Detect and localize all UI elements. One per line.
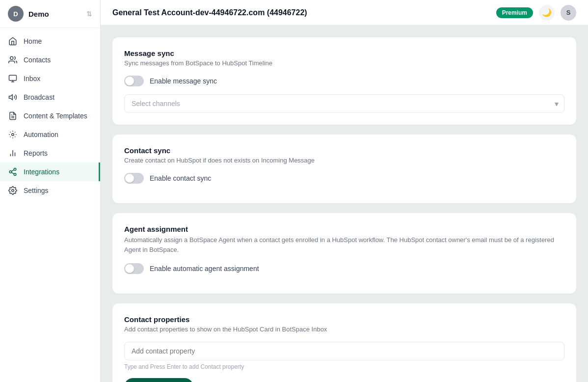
sidebar-item-reports[interactable]: Reports xyxy=(0,144,100,163)
svg-rect-1 xyxy=(9,75,17,81)
contact-sync-subtitle: Create contact on HubSpot if does not ex… xyxy=(124,157,564,164)
svg-point-5 xyxy=(12,134,14,136)
sidebar-org-avatar: D xyxy=(8,6,24,22)
contact-sync-toggle-label: Enable contact sync xyxy=(150,174,211,182)
inbox-icon xyxy=(8,74,18,83)
contact-properties-card: Contact properties Add contact propertie… xyxy=(112,303,576,382)
broadcast-icon xyxy=(8,92,18,102)
channel-select[interactable]: Select channels xyxy=(124,94,564,113)
home-icon xyxy=(8,36,18,46)
settings-icon xyxy=(8,186,18,195)
update-settings-button[interactable]: Update settings xyxy=(124,378,193,382)
sidebar-item-automation-label: Automation xyxy=(24,131,58,138)
contact-sync-toggle[interactable] xyxy=(124,173,144,184)
svg-point-9 xyxy=(14,168,16,171)
svg-point-0 xyxy=(10,56,13,59)
svg-point-11 xyxy=(14,173,16,176)
sidebar-item-content-templates[interactable]: Content & Templates xyxy=(0,107,100,125)
integrations-icon xyxy=(8,167,18,177)
svg-line-12 xyxy=(11,172,14,174)
topbar: General Test Account-dev-44946722.com (4… xyxy=(101,0,588,26)
user-avatar[interactable]: S xyxy=(561,5,576,21)
sidebar-item-integrations[interactable]: Integrations xyxy=(0,163,100,181)
agent-assignment-desc: Automatically assign a BotSpace Agent wh… xyxy=(124,235,564,254)
agent-assignment-card: Agent assignment Automatically assign a … xyxy=(112,213,576,294)
svg-point-14 xyxy=(12,190,14,192)
sidebar-item-contacts[interactable]: Contacts xyxy=(0,51,100,69)
contacts-icon xyxy=(8,55,18,65)
contact-sync-card: Contact sync Create contact on HubSpot i… xyxy=(112,135,576,203)
contact-properties-subtitle: Add contact properties to show on the Hu… xyxy=(124,326,564,333)
sidebar-item-contacts-label: Contacts xyxy=(24,56,51,64)
sidebar-item-content-label: Content & Templates xyxy=(24,112,87,120)
sidebar-item-integrations-label: Integrations xyxy=(24,168,59,176)
agent-assignment-toggle-row: Enable automatic agent assignment xyxy=(124,263,564,274)
content-icon xyxy=(8,111,18,121)
svg-marker-2 xyxy=(9,95,13,100)
sidebar: D Demo ⇅ Home Contacts Inbox Broadc xyxy=(0,0,101,382)
svg-line-13 xyxy=(11,170,14,171)
contact-sync-toggle-row: Enable contact sync xyxy=(124,173,564,184)
channel-select-wrapper: Select channels ▾ xyxy=(124,94,564,113)
sidebar-item-settings-label: Settings xyxy=(24,187,49,194)
page-title: General Test Account-dev-44946722.com (4… xyxy=(112,8,307,17)
chevron-updown-icon[interactable]: ⇅ xyxy=(86,10,92,18)
sidebar-item-home[interactable]: Home xyxy=(0,32,100,51)
sidebar-item-broadcast-label: Broadcast xyxy=(24,93,54,101)
sidebar-org-name: Demo xyxy=(28,10,81,18)
main-content: General Test Account-dev-44946722.com (4… xyxy=(101,0,588,382)
message-sync-title: Message sync xyxy=(124,49,564,57)
sidebar-item-settings[interactable]: Settings xyxy=(0,181,100,200)
sidebar-item-inbox-label: Inbox xyxy=(24,75,40,82)
message-sync-toggle[interactable] xyxy=(124,76,144,86)
contact-properties-title: Contact properties xyxy=(124,315,564,324)
sidebar-item-inbox[interactable]: Inbox xyxy=(0,69,100,88)
sidebar-nav: Home Contacts Inbox Broadcast Content & … xyxy=(0,28,100,382)
sidebar-item-reports-label: Reports xyxy=(24,149,48,157)
premium-badge: Premium xyxy=(496,7,533,18)
sidebar-header: D Demo ⇅ xyxy=(0,0,100,28)
sidebar-item-automation[interactable]: Automation xyxy=(0,125,100,144)
sidebar-item-home-label: Home xyxy=(24,37,42,45)
topbar-right: Premium 🌙 S xyxy=(496,5,576,21)
content-area: Message sync Sync messages from BotSpace… xyxy=(101,26,588,382)
agent-assignment-title: Agent assignment xyxy=(124,225,564,233)
agent-assignment-toggle-label: Enable automatic agent assignment xyxy=(150,265,259,273)
message-sync-card: Message sync Sync messages from BotSpace… xyxy=(112,37,576,125)
message-sync-toggle-label: Enable message sync xyxy=(150,77,217,85)
svg-point-10 xyxy=(9,171,12,173)
agent-assignment-toggle[interactable] xyxy=(124,263,144,274)
contact-property-hint: Type and Press Enter to add Contact prop… xyxy=(124,363,564,370)
message-sync-subtitle: Sync messages from BotSpace to HubSpot T… xyxy=(124,59,564,67)
message-sync-toggle-row: Enable message sync xyxy=(124,76,564,86)
reports-icon xyxy=(8,148,18,158)
sidebar-item-broadcast[interactable]: Broadcast xyxy=(0,88,100,107)
automation-icon xyxy=(8,130,18,139)
contact-sync-title: Contact sync xyxy=(124,146,564,155)
contact-property-input[interactable] xyxy=(124,342,564,360)
theme-toggle-button[interactable]: 🌙 xyxy=(539,5,555,21)
